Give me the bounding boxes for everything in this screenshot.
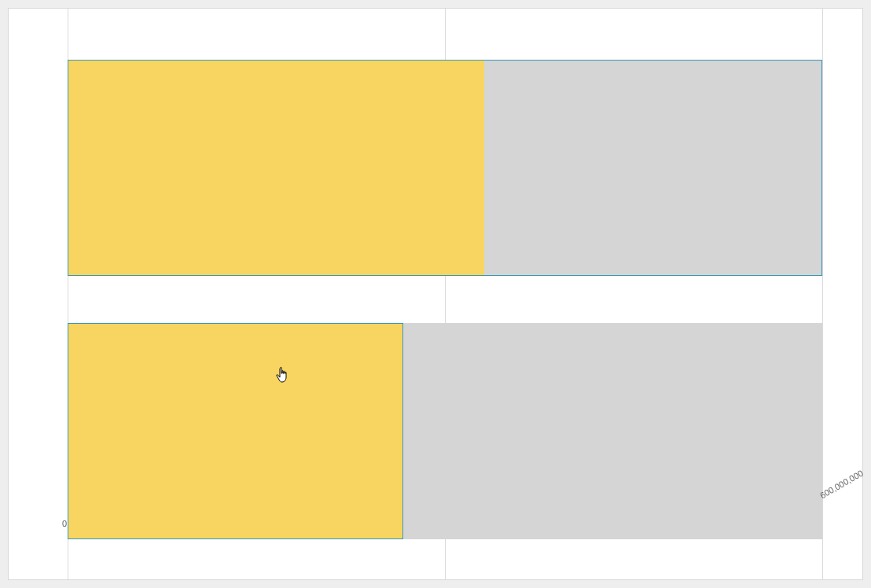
- bar-fill-2[interactable]: [68, 323, 403, 539]
- chart-panel: 0 600,000,000: [8, 8, 863, 580]
- x-tick-zero: 0: [62, 519, 67, 528]
- bar-track-1[interactable]: [68, 60, 822, 276]
- plot-area[interactable]: 0 600,000,000: [9, 9, 862, 579]
- bar-track-2[interactable]: [68, 323, 822, 539]
- bar-fill-1[interactable]: [68, 60, 484, 276]
- x-tick-max: 600,000,000: [818, 468, 865, 500]
